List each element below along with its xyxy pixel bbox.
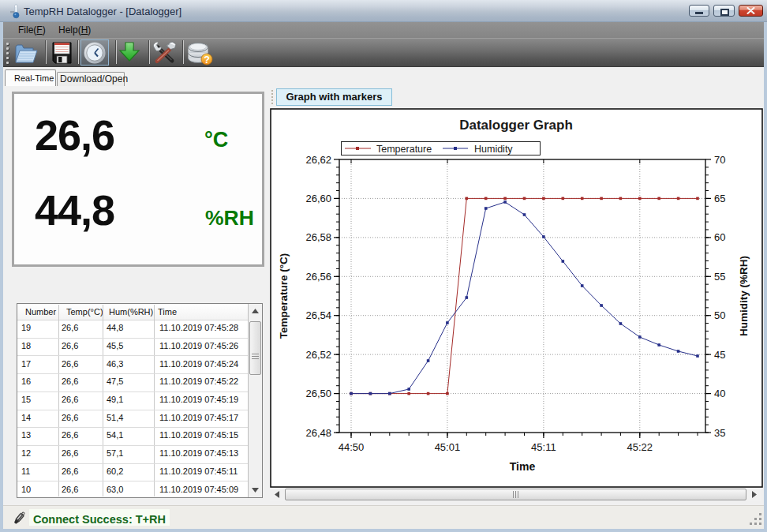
svg-text:26,54: 26,54 [305, 309, 331, 321]
svg-text:26,56: 26,56 [305, 271, 331, 283]
svg-text:26,58: 26,58 [305, 231, 331, 243]
svg-text:70: 70 [714, 154, 725, 166]
svg-text:?: ? [204, 54, 210, 66]
svg-text:45:22: 45:22 [627, 441, 653, 453]
svg-text:26,60: 26,60 [305, 193, 331, 204]
svg-text:45:01: 45:01 [435, 441, 461, 453]
svg-text:55: 55 [714, 271, 725, 283]
svg-text:Time: Time [510, 460, 536, 473]
svg-text:Humidity (%RH): Humidity (%RH) [738, 256, 750, 336]
svg-text:45:11: 45:11 [531, 441, 556, 453]
svg-text:44:50: 44:50 [339, 441, 365, 453]
svg-text:65: 65 [714, 193, 725, 204]
svg-text:40: 40 [714, 388, 725, 399]
svg-text:45: 45 [714, 349, 725, 361]
svg-text:26,52: 26,52 [305, 349, 331, 361]
svg-text:Datalogger Graph: Datalogger Graph [459, 118, 573, 133]
svg-text:26,50: 26,50 [305, 388, 331, 399]
svg-text:50: 50 [714, 309, 725, 321]
svg-text:Temperature: Temperature [376, 144, 432, 155]
svg-text:26,48: 26,48 [305, 427, 331, 439]
svg-text:35: 35 [714, 427, 725, 439]
svg-text:60: 60 [714, 231, 725, 243]
svg-text:Temperature (°C): Temperature (°C) [278, 253, 290, 339]
svg-text:Humidity: Humidity [474, 144, 513, 155]
svg-text:26,62: 26,62 [305, 154, 331, 166]
